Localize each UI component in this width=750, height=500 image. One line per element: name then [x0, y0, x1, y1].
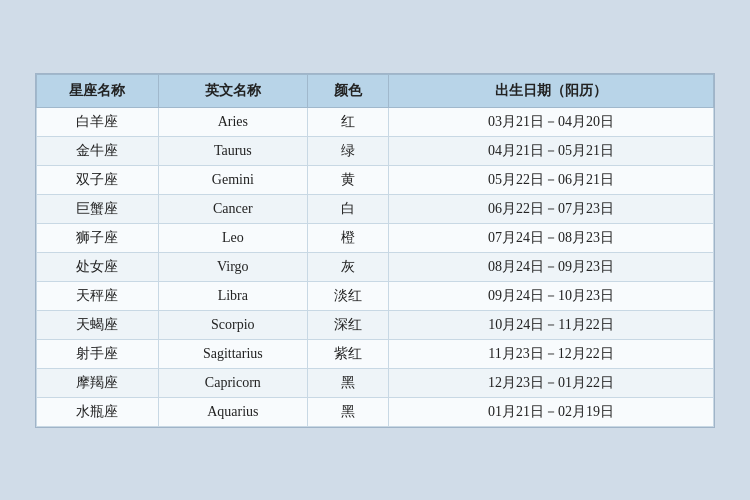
- cell-color: 白: [307, 194, 388, 223]
- cell-zh: 天秤座: [37, 281, 159, 310]
- cell-date: 10月24日－11月22日: [389, 310, 714, 339]
- cell-color: 灰: [307, 252, 388, 281]
- cell-zh: 摩羯座: [37, 368, 159, 397]
- cell-en: Sagittarius: [158, 339, 307, 368]
- cell-en: Libra: [158, 281, 307, 310]
- cell-color: 绿: [307, 136, 388, 165]
- cell-en: Taurus: [158, 136, 307, 165]
- header-zh: 星座名称: [37, 74, 159, 107]
- cell-zh: 天蝎座: [37, 310, 159, 339]
- table-row: 金牛座Taurus绿04月21日－05月21日: [37, 136, 714, 165]
- header-color: 颜色: [307, 74, 388, 107]
- cell-date: 11月23日－12月22日: [389, 339, 714, 368]
- cell-date: 05月22日－06月21日: [389, 165, 714, 194]
- cell-zh: 巨蟹座: [37, 194, 159, 223]
- cell-color: 黄: [307, 165, 388, 194]
- cell-color: 红: [307, 107, 388, 136]
- cell-date: 03月21日－04月20日: [389, 107, 714, 136]
- cell-en: Aries: [158, 107, 307, 136]
- cell-en: Leo: [158, 223, 307, 252]
- cell-date: 08月24日－09月23日: [389, 252, 714, 281]
- cell-zh: 狮子座: [37, 223, 159, 252]
- cell-date: 06月22日－07月23日: [389, 194, 714, 223]
- cell-zh: 金牛座: [37, 136, 159, 165]
- table-row: 摩羯座Capricorn黑12月23日－01月22日: [37, 368, 714, 397]
- cell-zh: 白羊座: [37, 107, 159, 136]
- cell-color: 黑: [307, 368, 388, 397]
- cell-color: 紫红: [307, 339, 388, 368]
- cell-en: Capricorn: [158, 368, 307, 397]
- cell-en: Virgo: [158, 252, 307, 281]
- table-row: 白羊座Aries红03月21日－04月20日: [37, 107, 714, 136]
- table-row: 狮子座Leo橙07月24日－08月23日: [37, 223, 714, 252]
- cell-date: 07月24日－08月23日: [389, 223, 714, 252]
- table-row: 巨蟹座Cancer白06月22日－07月23日: [37, 194, 714, 223]
- cell-date: 01月21日－02月19日: [389, 397, 714, 426]
- cell-zh: 射手座: [37, 339, 159, 368]
- cell-en: Scorpio: [158, 310, 307, 339]
- zodiac-table-container: 星座名称 英文名称 颜色 出生日期（阳历） 白羊座Aries红03月21日－04…: [35, 73, 715, 428]
- cell-zh: 处女座: [37, 252, 159, 281]
- table-row: 射手座Sagittarius紫红11月23日－12月22日: [37, 339, 714, 368]
- cell-date: 09月24日－10月23日: [389, 281, 714, 310]
- header-date: 出生日期（阳历）: [389, 74, 714, 107]
- table-header-row: 星座名称 英文名称 颜色 出生日期（阳历）: [37, 74, 714, 107]
- cell-en: Cancer: [158, 194, 307, 223]
- cell-zh: 水瓶座: [37, 397, 159, 426]
- cell-color: 淡红: [307, 281, 388, 310]
- table-row: 天蝎座Scorpio深红10月24日－11月22日: [37, 310, 714, 339]
- cell-zh: 双子座: [37, 165, 159, 194]
- header-en: 英文名称: [158, 74, 307, 107]
- table-row: 双子座Gemini黄05月22日－06月21日: [37, 165, 714, 194]
- table-row: 天秤座Libra淡红09月24日－10月23日: [37, 281, 714, 310]
- cell-color: 橙: [307, 223, 388, 252]
- cell-color: 黑: [307, 397, 388, 426]
- cell-en: Aquarius: [158, 397, 307, 426]
- cell-color: 深红: [307, 310, 388, 339]
- table-row: 处女座Virgo灰08月24日－09月23日: [37, 252, 714, 281]
- cell-en: Gemini: [158, 165, 307, 194]
- cell-date: 12月23日－01月22日: [389, 368, 714, 397]
- cell-date: 04月21日－05月21日: [389, 136, 714, 165]
- zodiac-table: 星座名称 英文名称 颜色 出生日期（阳历） 白羊座Aries红03月21日－04…: [36, 74, 714, 427]
- table-row: 水瓶座Aquarius黑01月21日－02月19日: [37, 397, 714, 426]
